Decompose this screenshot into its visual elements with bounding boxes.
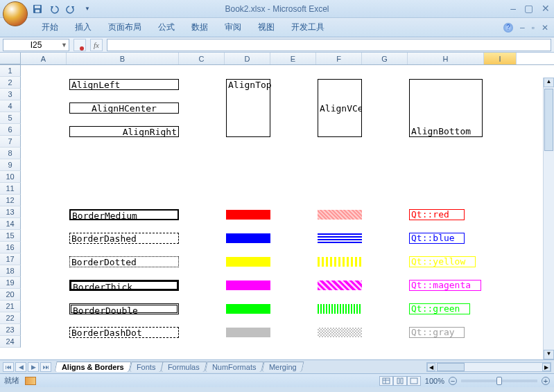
ribbon-tab-home[interactable]: 开始 bbox=[33, 19, 67, 36]
cells-grid[interactable]: AlignLeft AlignHCenter AlignRight AlignT… bbox=[21, 65, 554, 359]
cell-align-hcenter[interactable]: AlignHCenter bbox=[69, 103, 179, 114]
cell-align-top[interactable]: AlignTop bbox=[226, 79, 270, 137]
sheet-tab-formulas[interactable]: Formulas bbox=[161, 362, 207, 372]
office-button[interactable] bbox=[3, 1, 28, 26]
ribbon-tab-developer[interactable]: 开发工具 bbox=[283, 19, 333, 36]
row-header-6[interactable]: 6 bbox=[0, 124, 21, 136]
row-header-13[interactable]: 13 bbox=[0, 206, 21, 218]
row-header-22[interactable]: 22 bbox=[0, 312, 21, 324]
redo-icon[interactable] bbox=[65, 3, 76, 15]
qt-magenta[interactable]: Qt::magenta bbox=[409, 280, 481, 291]
qt-red[interactable]: Qt::red bbox=[409, 209, 465, 220]
zoom-level[interactable]: 100% bbox=[425, 377, 444, 385]
col-header-i[interactable]: I bbox=[484, 53, 517, 64]
col-header-e[interactable]: E bbox=[270, 53, 316, 64]
scroll-thumb[interactable] bbox=[544, 89, 553, 151]
save-icon[interactable] bbox=[32, 3, 43, 15]
pattern-magenta[interactable] bbox=[318, 280, 362, 290]
row-header-19[interactable]: 19 bbox=[0, 277, 21, 289]
zoom-slider[interactable] bbox=[461, 380, 537, 382]
row-header-17[interactable]: 17 bbox=[0, 253, 21, 265]
cell-border-double[interactable]: BorderDouble bbox=[69, 303, 179, 314]
pattern-red[interactable] bbox=[318, 210, 362, 220]
qt-gray[interactable]: Qt::gray bbox=[409, 327, 465, 338]
pattern-gray[interactable] bbox=[318, 328, 362, 337]
fill-gray[interactable] bbox=[226, 328, 270, 337]
help-icon[interactable]: ? bbox=[503, 23, 513, 33]
horizontal-scrollbar[interactable]: ◀ ▶ bbox=[426, 362, 551, 372]
row-header-2[interactable]: 2 bbox=[0, 77, 21, 89]
cell-align-left[interactable]: AlignLeft bbox=[69, 79, 179, 90]
formula-input[interactable] bbox=[107, 39, 551, 51]
scroll-up-icon[interactable]: ▲ bbox=[544, 78, 554, 87]
macro-record-icon[interactable] bbox=[25, 377, 36, 385]
fx-icon[interactable]: fx bbox=[90, 39, 103, 51]
cell-border-dotted[interactable]: BorderDotted bbox=[69, 256, 179, 267]
row-header-16[interactable]: 16 bbox=[0, 242, 21, 253]
sheet-tab-aligns-borders[interactable]: Aligns & Borders bbox=[54, 362, 131, 372]
row-header-1[interactable]: 1 bbox=[0, 65, 21, 77]
qt-blue[interactable]: Qt::blue bbox=[409, 233, 465, 244]
select-all-corner[interactable] bbox=[0, 53, 21, 64]
tab-nav-prev-icon[interactable]: ◀ bbox=[15, 362, 26, 372]
cell-border-dashed[interactable]: BorderDashed bbox=[69, 233, 179, 244]
row-header-11[interactable]: 11 bbox=[0, 183, 21, 195]
close-button[interactable]: ✕ bbox=[542, 3, 550, 14]
col-header-a[interactable]: A bbox=[21, 53, 67, 64]
view-normal-icon[interactable] bbox=[379, 376, 393, 386]
pattern-blue[interactable] bbox=[318, 233, 362, 243]
row-header-12[interactable]: 12 bbox=[0, 195, 21, 206]
ribbon-tab-insert[interactable]: 插入 bbox=[67, 19, 100, 36]
hscroll-right-icon[interactable]: ▶ bbox=[542, 363, 551, 371]
cell-align-bottom[interactable]: AlignBottom bbox=[409, 79, 483, 137]
qt-yellow[interactable]: Qt::yellow bbox=[409, 256, 476, 267]
name-box[interactable]: I25 ▼ bbox=[3, 39, 69, 51]
sheet-tab-fonts[interactable]: Fonts bbox=[129, 362, 163, 372]
ribbon-minimize-icon[interactable]: – bbox=[520, 23, 525, 33]
tab-nav-next-icon[interactable]: ▶ bbox=[28, 362, 39, 372]
qt-green[interactable]: Qt::green bbox=[409, 303, 470, 314]
row-header-24[interactable]: 24 bbox=[0, 336, 21, 348]
fill-green[interactable] bbox=[226, 304, 270, 314]
sheet-tab-merging[interactable]: Merging bbox=[261, 362, 304, 372]
cell-border-thick[interactable]: BorderThick bbox=[69, 280, 179, 291]
row-header-10[interactable]: 10 bbox=[0, 171, 21, 183]
ribbon-tab-pagelayout[interactable]: 页面布局 bbox=[100, 19, 150, 36]
row-header-8[interactable]: 8 bbox=[0, 148, 21, 159]
row-header-14[interactable]: 14 bbox=[0, 218, 21, 230]
row-header-20[interactable]: 20 bbox=[0, 289, 21, 301]
col-header-c[interactable]: C bbox=[179, 53, 225, 64]
ribbon-tab-data[interactable]: 数据 bbox=[183, 19, 216, 36]
row-header-21[interactable]: 21 bbox=[0, 301, 21, 312]
ribbon-tab-review[interactable]: 审阅 bbox=[216, 19, 250, 36]
ribbon-close-icon[interactable]: ✕ bbox=[542, 23, 548, 33]
pattern-green[interactable] bbox=[318, 304, 362, 314]
ribbon-tab-formulas[interactable]: 公式 bbox=[150, 19, 183, 36]
cell-align-right[interactable]: AlignRight bbox=[69, 126, 179, 137]
row-header-5[interactable]: 5 bbox=[0, 112, 21, 124]
cancel-formula-icon[interactable] bbox=[73, 39, 86, 51]
tab-nav-last-icon[interactable]: ⏭ bbox=[40, 362, 51, 372]
pattern-yellow[interactable] bbox=[318, 257, 362, 267]
view-pagelayout-icon[interactable] bbox=[393, 376, 407, 386]
minimize-button[interactable]: – bbox=[510, 3, 516, 14]
sheet-tab-numformats[interactable]: NumFormats bbox=[205, 362, 264, 372]
name-box-dropdown-icon[interactable]: ▼ bbox=[61, 42, 67, 48]
view-pagebreak-icon[interactable] bbox=[407, 376, 421, 386]
row-header-23[interactable]: 23 bbox=[0, 324, 21, 336]
hscroll-left-icon[interactable]: ◀ bbox=[427, 363, 435, 371]
col-header-d[interactable]: D bbox=[225, 53, 270, 64]
zoom-out-icon[interactable]: − bbox=[449, 377, 457, 385]
row-header-9[interactable]: 9 bbox=[0, 159, 21, 171]
zoom-in-icon[interactable]: + bbox=[542, 377, 550, 385]
cell-align-vcenter[interactable]: AlignVCen bbox=[318, 79, 362, 137]
row-header-15[interactable]: 15 bbox=[0, 230, 21, 242]
col-header-b[interactable]: B bbox=[67, 53, 179, 64]
col-header-g[interactable]: G bbox=[362, 53, 408, 64]
col-header-f[interactable]: F bbox=[316, 53, 362, 64]
cell-border-medium[interactable]: BorderMedium bbox=[69, 209, 179, 220]
zoom-knob[interactable] bbox=[496, 377, 502, 385]
maximize-button[interactable]: ▢ bbox=[524, 3, 533, 14]
fill-magenta[interactable] bbox=[226, 280, 270, 290]
row-header-18[interactable]: 18 bbox=[0, 265, 21, 277]
